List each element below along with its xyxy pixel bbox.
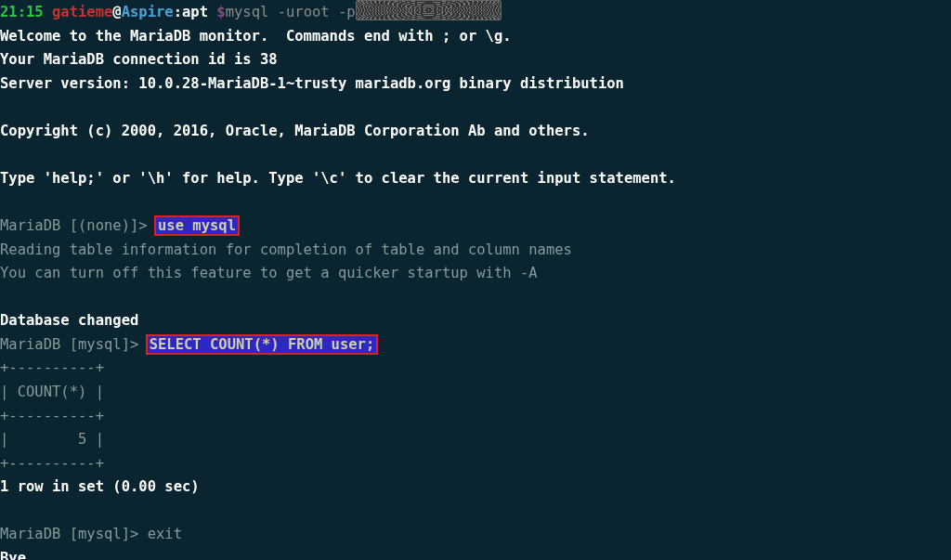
mariadb-prompt-none: MariaDB [(none)]> use mysql	[0, 215, 951, 239]
exit-command[interactable]: exit	[138, 526, 182, 542]
select-count-command[interactable]: SELECT COUNT(*) FROM user;	[148, 336, 377, 353]
prompt-host: Aspire	[122, 4, 174, 20]
use-db-command[interactable]: use mysql	[156, 217, 238, 234]
welcome-line-3: Server version: 10.0.28-MariaDB-1~trusty…	[0, 72, 951, 97]
shell-prompt-line: 21:15 gatieme@Aspire:apt $mysql -uroot -…	[0, 0, 951, 25]
shell-command[interactable]: mysql -uroot -p	[226, 4, 356, 20]
mariadb-prompt-mysql: MariaDB [mysql]> SELECT COUNT(*) FROM us…	[0, 333, 951, 358]
table-border-bot: +----------+	[0, 452, 951, 476]
table-header: | COUNT(*) |	[0, 381, 951, 405]
rows-summary: 1 row in set (0.00 sec)	[0, 475, 951, 500]
table-border-top: +----------+	[0, 357, 951, 381]
turnoff-line: You can turn off this feature to get a q…	[0, 262, 951, 286]
prompt-user: gatieme	[52, 4, 112, 20]
help-line: Type 'help;' or '\h' for help. Type '\c'…	[0, 167, 951, 191]
password-redacted	[356, 0, 502, 20]
database-changed: Database changed	[0, 309, 951, 333]
mariadb-prompt-exit: MariaDB [mysql]> exit	[0, 523, 951, 547]
bye-line: Bye	[0, 547, 951, 560]
table-border-mid: +----------+	[0, 405, 951, 429]
copyright-line: Copyright (c) 2000, 2016, Oracle, MariaD…	[0, 120, 951, 144]
prompt-time: 21:15	[0, 4, 44, 20]
welcome-line-1: Welcome to the MariaDB monitor. Commands…	[0, 25, 951, 49]
prompt-cwd: apt	[182, 4, 208, 20]
reading-tables-line: Reading table information for completion…	[0, 239, 951, 263]
welcome-line-2: Your MariaDB connection id is 38	[0, 48, 951, 72]
table-row: | 5 |	[0, 428, 951, 452]
